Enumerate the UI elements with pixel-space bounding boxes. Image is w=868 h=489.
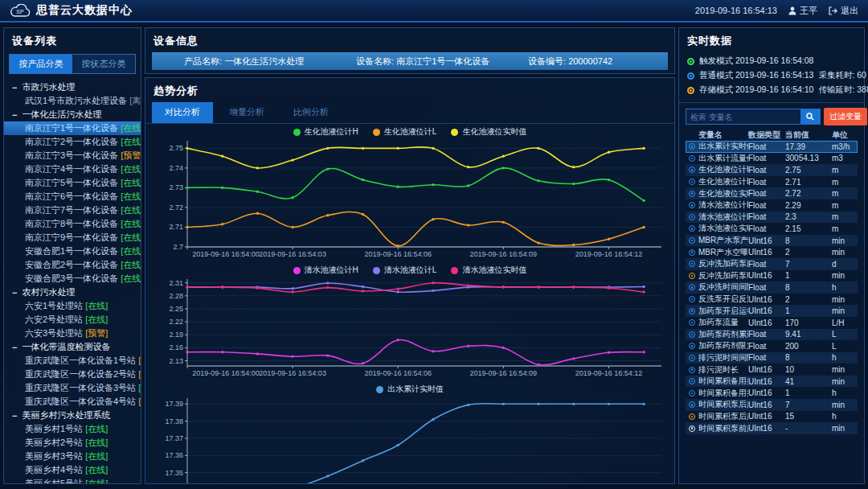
- variable-value: 10: [785, 365, 832, 374]
- variable-row[interactable]: 排污泥时间间隔Float8h: [686, 352, 858, 364]
- trend-tab-0[interactable]: 对比分析: [152, 102, 213, 123]
- device-item[interactable]: 南京江宁8号一体化设备[在线]: [4, 217, 141, 231]
- legend-item[interactable]: 生化池液位实时值: [451, 126, 526, 138]
- device-name: 南京江宁8号一体化设备: [25, 219, 118, 228]
- tree-group-2[interactable]: −农村污水处理: [4, 286, 141, 299]
- device-item[interactable]: 美丽乡村1号站[在线]: [4, 422, 141, 436]
- variable-row[interactable]: 时间累积备用提升泵分UInt1641min: [686, 376, 858, 388]
- device-item[interactable]: 安徽合肥2号一体化设备[在线]: [4, 258, 141, 272]
- device-item[interactable]: 武汉1号市政污水处理设备[离线]: [4, 94, 141, 108]
- tree-group-1[interactable]: −一体化生活污水处理: [4, 108, 141, 121]
- device-item[interactable]: 重庆武隆区一体化设备2号站[预警]: [4, 368, 141, 381]
- variable-row[interactable]: 生化池液位实时值Float2.72m: [686, 187, 858, 199]
- legend-item[interactable]: 出水累计实时值: [376, 384, 444, 395]
- device-item[interactable]: 南京江宁7号一体化设备[在线]: [4, 203, 141, 217]
- legend-item[interactable]: 生化池液位计L: [373, 126, 437, 138]
- device-item[interactable]: 美丽乡村4号站[在线]: [4, 463, 141, 477]
- variable-ring: [689, 284, 695, 290]
- variable-row[interactable]: 加药泵开启运行时间UInt161min: [686, 305, 858, 317]
- trend-tab-2[interactable]: 比例分析: [280, 102, 342, 123]
- device-item[interactable]: 南京江宁4号一体化设备[在线]: [4, 162, 141, 176]
- device-item[interactable]: 美丽乡村5号站[在线]: [4, 477, 141, 483]
- device-item[interactable]: 重庆武隆区一体化设备1号站[预警]: [4, 354, 141, 368]
- filter-variable-button[interactable]: 过滤变量: [824, 108, 867, 125]
- variable-unit: L: [832, 330, 858, 339]
- variable-type: UInt16: [748, 377, 785, 386]
- variable-row[interactable]: 加药泵药剂限定值Float200L: [686, 340, 858, 352]
- svg-text:2019-09-16 16:54:00: 2019-09-16 16:54:00: [192, 250, 260, 258]
- device-item[interactable]: 重庆武隆区一体化设备4号站[预警]: [4, 395, 141, 409]
- variable-row[interactable]: 反洗泵开启反洗时长UInt162min: [686, 294, 858, 306]
- variable-row[interactable]: MBR产水泵产水时间分UInt168min: [686, 235, 858, 247]
- tree-group-0[interactable]: −市政污水处理: [4, 80, 141, 94]
- device-item[interactable]: 美丽乡村2号站[在线]: [4, 436, 141, 450]
- header-user[interactable]: 王平: [788, 5, 817, 17]
- device-item[interactable]: 南京江宁6号一体化设备[在线]: [4, 190, 141, 203]
- device-item[interactable]: 南京江宁9号一体化设备[在线]: [4, 231, 141, 244]
- variable-row[interactable]: 时间累积泵前产水电动阀分UInt16-min: [686, 422, 858, 434]
- device-item[interactable]: 美丽乡村3号站[在线]: [4, 450, 141, 463]
- device-status-badge: [在线]: [121, 205, 141, 215]
- variable-row[interactable]: 清水池液位实时值Float2.15m: [686, 223, 858, 235]
- tree-group-3[interactable]: −一体化带温度检测设备: [4, 340, 141, 354]
- tree-group-label: 农村污水处理: [22, 286, 75, 298]
- device-item[interactable]: 南京江宁1号一体化设备[在线]: [4, 121, 141, 135]
- header-datetime: 2019-09-16 16:54:13: [695, 6, 777, 15]
- logout-button[interactable]: 退出: [829, 5, 858, 17]
- legend-item[interactable]: 清水池液位计L: [373, 265, 437, 276]
- variable-row[interactable]: 生化池液位计HFloat2.75m: [686, 164, 858, 176]
- device-item[interactable]: 六安1号处理站[在线]: [4, 299, 141, 313]
- variable-row[interactable]: 反冲洗加药泵间隔时间Float7d: [686, 258, 858, 270]
- variable-value: 15: [785, 412, 832, 421]
- trend-tab-1[interactable]: 增量分析: [216, 102, 277, 123]
- variable-row[interactable]: MBR产水空曝时间分UInt162min: [686, 246, 858, 258]
- device-item[interactable]: 六安3号处理站[预警]: [4, 327, 141, 340]
- svg-text:2019-09-16 16:54:12: 2019-09-16 16:54:12: [575, 369, 643, 377]
- mode-status-text: 普通模式 2019-09-16 16:54:13: [699, 70, 813, 81]
- device-item[interactable]: 重庆武隆区一体化设备3号站[在线]: [4, 381, 141, 395]
- variable-row[interactable]: 出水累计实时值Float17.39m3/h: [686, 141, 858, 153]
- legend-item[interactable]: 生化池液位计H: [293, 126, 358, 138]
- variable-search-input[interactable]: [686, 109, 800, 124]
- device-name: 美丽乡村1号站: [25, 424, 83, 434]
- variable-ring: [689, 367, 695, 373]
- device-item[interactable]: 南京江宁3号一体化设备[预警]: [4, 149, 141, 162]
- variable-value: 200: [785, 342, 832, 351]
- variable-row[interactable]: 加药泵流量UInt16170L/H: [686, 317, 858, 329]
- variable-target-icon: [686, 355, 698, 361]
- device-item[interactable]: 南京江宁5号一体化设备[在线]: [4, 176, 141, 190]
- variable-row[interactable]: 清水池液位计HFloat2.29m: [686, 199, 858, 212]
- sidebar-tab-0[interactable]: 按产品分类: [10, 55, 72, 73]
- variable-row[interactable]: 加药泵药剂累计流量Float9.41L: [686, 329, 858, 341]
- variable-target-icon: [686, 425, 698, 432]
- variable-row[interactable]: 清水池液位计LFloat2.3m: [686, 212, 858, 224]
- sidebar-tab-1[interactable]: 按状态分类: [72, 55, 135, 73]
- variable-row[interactable]: 时间累积泵后产水电动阀分UInt167min: [686, 399, 858, 411]
- variable-row[interactable]: 反冲洗时间间隔Float8h: [686, 281, 858, 294]
- device-item[interactable]: 南京江宁2号一体化设备[在线]: [4, 135, 141, 149]
- tree-group-4[interactable]: −美丽乡村污水处理系统: [4, 409, 141, 422]
- variable-type: UInt16: [748, 271, 785, 280]
- variable-row[interactable]: 反冲洗加药泵时间UInt161min: [686, 270, 858, 282]
- device-status-badge: [在线]: [85, 451, 108, 461]
- variable-row[interactable]: 排污泥时长UInt1610min: [686, 364, 858, 376]
- variable-value: 2: [785, 248, 832, 257]
- device-item[interactable]: 六安2号处理站[在线]: [4, 313, 141, 327]
- variable-row[interactable]: 生化池液位计LFloat2.71m: [686, 176, 858, 188]
- search-button[interactable]: [800, 109, 820, 124]
- device-item[interactable]: 安徽合肥1号一体化设备[在线]: [4, 244, 141, 258]
- variable-name: 加药泵药剂累计流量: [698, 329, 748, 340]
- variable-target-icon: [686, 166, 698, 173]
- trend-analysis-panel: 趋势分析 对比分析增量分析比例分析 生化池液位计H生化池液位计L生化池液位实时值…: [145, 77, 675, 484]
- variable-row[interactable]: 时间累积备用提升泵时UInt161h: [686, 387, 858, 399]
- variable-target-icon: [686, 273, 698, 279]
- device-item[interactable]: 安徽合肥3号一体化设备[在线]: [4, 272, 141, 286]
- tree-group-label: 一体化带温度检测设备: [22, 341, 110, 353]
- variable-row[interactable]: 出水累计流量值Float30054.13m3: [686, 153, 858, 165]
- variable-type: Float: [748, 353, 785, 362]
- legend-item[interactable]: 清水池液位计H: [293, 265, 358, 276]
- variable-row[interactable]: 时间累积泵后产水电动阀时UInt1615h: [686, 411, 858, 423]
- trend-title: 趋势分析: [145, 78, 674, 102]
- legend-item[interactable]: 清水池液位实时值: [451, 265, 526, 276]
- device-name: 南京江宁4号一体化设备: [25, 164, 118, 174]
